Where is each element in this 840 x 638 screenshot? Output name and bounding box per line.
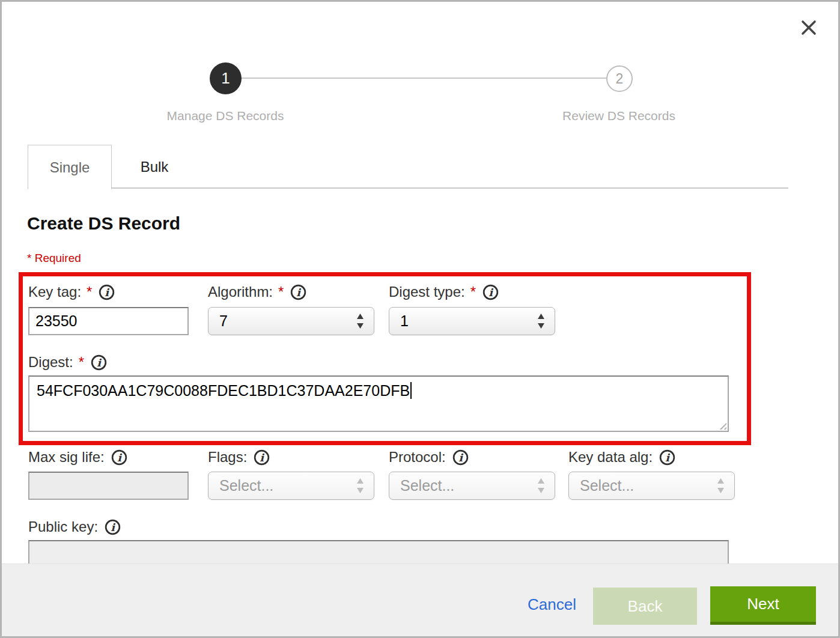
max-sig-life-info-icon[interactable]: i bbox=[111, 449, 127, 466]
tab-bulk[interactable]: Bulk bbox=[112, 145, 197, 189]
page-title: Create DS Record bbox=[27, 213, 180, 234]
required-asterisk: * bbox=[278, 284, 284, 300]
text-caret bbox=[410, 382, 412, 399]
svg-text:i: i bbox=[97, 356, 102, 368]
key-tag-input[interactable] bbox=[28, 307, 189, 335]
resize-grip-icon[interactable] bbox=[717, 421, 726, 430]
stepper-step-2-circle: 2 bbox=[606, 65, 633, 92]
select-spinner-icon bbox=[356, 313, 364, 329]
stepper-step-2-label: Review DS Records bbox=[523, 109, 715, 123]
svg-text:i: i bbox=[260, 451, 265, 463]
flags-selected-value: Select... bbox=[219, 477, 356, 494]
protocol-selected-value: Select... bbox=[400, 477, 537, 494]
digest-type-selected-value: 1 bbox=[400, 312, 537, 330]
back-button[interactable]: Back bbox=[593, 588, 697, 625]
digest-label: Digest: * i bbox=[28, 354, 107, 371]
required-note: * Required bbox=[27, 252, 81, 265]
select-spinner-icon bbox=[537, 478, 545, 494]
close-button[interactable] bbox=[800, 20, 818, 38]
flags-info-icon[interactable]: i bbox=[254, 449, 270, 466]
protocol-info-icon[interactable]: i bbox=[452, 449, 469, 466]
digest-type-label: Digest type: * i bbox=[389, 284, 499, 300]
algorithm-select[interactable]: 7 bbox=[208, 307, 374, 335]
key-tag-label: Key tag: * i bbox=[28, 284, 115, 300]
tab-bottom-border bbox=[28, 187, 788, 189]
cancel-button[interactable]: Cancel bbox=[528, 595, 576, 614]
svg-text:i: i bbox=[111, 521, 115, 533]
stepper-step-1-number: 1 bbox=[221, 69, 230, 88]
select-spinner-icon bbox=[537, 313, 545, 329]
flags-label: Flags: i bbox=[208, 449, 270, 466]
algorithm-info-icon[interactable]: i bbox=[290, 284, 306, 300]
digest-textarea[interactable]: 54FCF030AA1C79C0088FDEC1BD1C37DAA2E70DFB bbox=[28, 375, 729, 432]
select-spinner-icon bbox=[356, 478, 364, 494]
close-icon bbox=[801, 20, 817, 38]
stepper-step-2-number: 2 bbox=[616, 71, 624, 87]
required-asterisk: * bbox=[470, 284, 476, 300]
flags-select[interactable]: Select... bbox=[208, 472, 374, 500]
svg-text:i: i bbox=[458, 451, 463, 463]
stepper-step-1-circle: 1 bbox=[210, 62, 242, 94]
key-data-alg-info-icon[interactable]: i bbox=[659, 449, 675, 466]
stepper-connector-line bbox=[241, 77, 607, 79]
max-sig-life-input[interactable] bbox=[28, 472, 189, 500]
key-data-alg-label: Key data alg: i bbox=[568, 449, 675, 466]
tab-bulk-label: Bulk bbox=[141, 159, 169, 175]
ds-record-modal: 1 2 Manage DS Records Review DS Records … bbox=[0, 0, 840, 638]
key-tag-info-icon[interactable]: i bbox=[99, 284, 115, 300]
algorithm-selected-value: 7 bbox=[219, 312, 356, 330]
next-button[interactable]: Next bbox=[710, 586, 816, 625]
protocol-select[interactable]: Select... bbox=[389, 472, 555, 500]
protocol-label: Protocol: i bbox=[389, 449, 469, 466]
svg-text:i: i bbox=[488, 286, 493, 298]
stepper-step-1-label: Manage DS Records bbox=[129, 109, 321, 123]
key-data-alg-selected-value: Select... bbox=[580, 477, 717, 494]
digest-type-select[interactable]: 1 bbox=[389, 307, 555, 335]
public-key-label: Public key: i bbox=[28, 518, 121, 535]
digest-value: 54FCF030AA1C79C0088FDEC1BD1C37DAA2E70DFB bbox=[37, 382, 410, 399]
digest-type-info-icon[interactable]: i bbox=[482, 284, 499, 300]
public-key-info-icon[interactable]: i bbox=[105, 519, 121, 535]
required-asterisk: * bbox=[87, 284, 92, 300]
tab-single[interactable]: Single bbox=[28, 145, 112, 189]
key-data-alg-select[interactable]: Select... bbox=[568, 472, 735, 500]
svg-text:i: i bbox=[117, 451, 122, 463]
max-sig-life-label: Max sig life: i bbox=[28, 449, 127, 466]
required-asterisk: * bbox=[79, 354, 84, 371]
svg-text:i: i bbox=[665, 451, 670, 463]
algorithm-label: Algorithm: * i bbox=[208, 284, 306, 300]
svg-text:i: i bbox=[105, 286, 110, 298]
svg-text:i: i bbox=[297, 286, 302, 298]
digest-info-icon[interactable]: i bbox=[91, 354, 107, 371]
select-spinner-icon bbox=[717, 478, 725, 494]
tab-single-label: Single bbox=[50, 159, 90, 176]
